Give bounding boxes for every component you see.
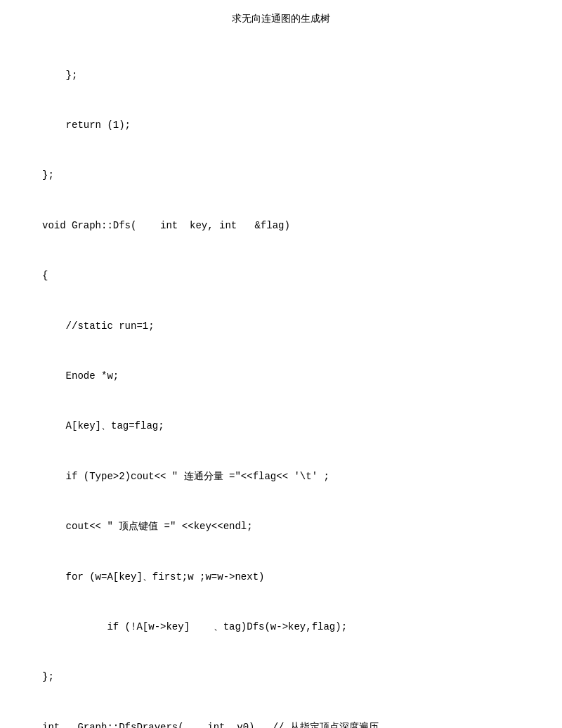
code-line: Enode *w;	[42, 368, 520, 385]
code-line: cout<< " 顶点键值 =" <<key<<endl;	[42, 519, 520, 535]
code-line: A[key]、tag=flag;	[42, 418, 520, 435]
code-block: }; return (1); }; void Graph::Dfs( int k…	[0, 34, 562, 728]
code-line: if (Type>2)cout<< " 连通分量 ="<<flag<< '\t'…	[42, 469, 520, 486]
code-line: for (w=A[key]、first;w ;w=w->next)	[42, 569, 520, 586]
code-line: //static run=1;	[42, 318, 520, 335]
code-line: };	[42, 167, 520, 184]
code-line: int Graph::DfsDravers( int v0) // 从指定顶点深…	[42, 720, 520, 728]
code-line: };	[42, 67, 520, 84]
page-container: 求无向连通图的生成树 }; return (1); }; void Graph:…	[0, 0, 562, 728]
page-title: 求无向连通图的生成树	[0, 0, 562, 34]
code-line: return (1);	[42, 117, 520, 134]
code-line: {	[42, 268, 520, 285]
code-line: if (!A[w->key] 、tag)Dfs(w->key,flag);	[42, 619, 520, 636]
code-line: };	[42, 669, 520, 686]
code-line: void Graph::Dfs( int key, int &flag)	[42, 218, 520, 235]
